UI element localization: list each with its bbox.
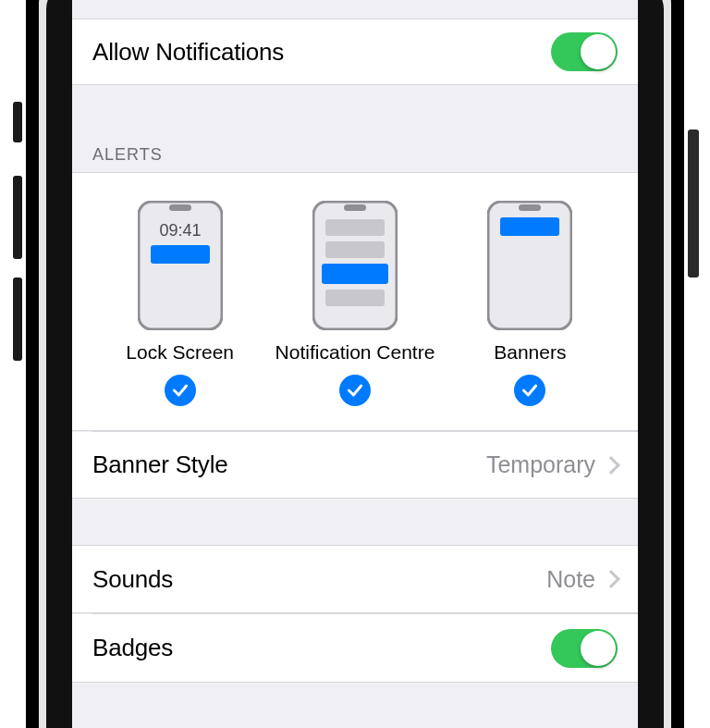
chevron-right-icon [602,456,620,475]
svg-rect-7 [322,264,388,284]
volume-up-button [13,176,22,259]
svg-rect-1 [169,204,191,211]
alert-label-banners: Banners [494,341,566,364]
banners-icon [487,201,572,330]
alerts-section-header: ALERTS [72,85,638,172]
svg-rect-5 [325,219,385,236]
svg-rect-2 [151,245,210,264]
svg-rect-4 [344,204,366,211]
banner-style-value: Temporary [486,451,595,478]
chevron-right-icon [602,570,620,588]
svg-rect-10 [519,204,541,211]
toggle-knob [581,631,616,666]
toggle-knob [581,34,616,69]
alert-label-notification-centre: Notification Centre [275,341,435,364]
alert-option-notification-centre[interactable]: Notification Centre [268,201,441,406]
alert-option-banners[interactable]: Banners [444,201,617,406]
badges-label: Badges [92,634,173,662]
svg-rect-8 [325,290,385,306]
sounds-row[interactable]: Sounds Note [72,545,638,613]
alert-check-banners[interactable] [514,375,545,406]
svg-rect-11 [500,217,559,236]
notification-centre-icon [312,201,398,330]
side-button [688,130,699,278]
sounds-label: Sounds [92,565,173,594]
lock-screen-icon: 09:41 [138,201,223,330]
alert-check-lock-screen[interactable] [165,375,196,406]
allow-notifications-toggle[interactable] [551,32,618,71]
banner-style-row[interactable]: Banner Style Temporary [72,432,638,499]
alert-check-notification-centre[interactable] [339,375,371,406]
volume-down-button [13,278,22,361]
alert-label-lock-screen: Lock Screen [126,341,234,364]
alerts-header-text: ALERTS [92,145,163,165]
mute-switch [13,102,22,142]
alert-option-lock-screen[interactable]: 09:41 Lock Screen [93,201,266,406]
svg-rect-6 [325,241,385,258]
badges-row[interactable]: Badges [72,614,638,683]
allow-notifications-label: Allow Notifications [92,38,284,67]
badges-toggle[interactable] [551,629,618,668]
sounds-value: Note [546,566,595,593]
screen: Allow Notifications ALERTS 09:41 [72,0,638,728]
phone-frame: Allow Notifications ALERTS 09:41 [0,0,710,728]
lock-screen-time: 09:41 [159,221,201,240]
check-icon [171,381,190,400]
check-icon [346,381,364,400]
check-icon [520,381,539,400]
allow-notifications-row[interactable]: Allow Notifications [72,19,638,85]
alerts-options-group: 09:41 Lock Screen [72,172,638,431]
banner-style-label: Banner Style [92,450,227,479]
